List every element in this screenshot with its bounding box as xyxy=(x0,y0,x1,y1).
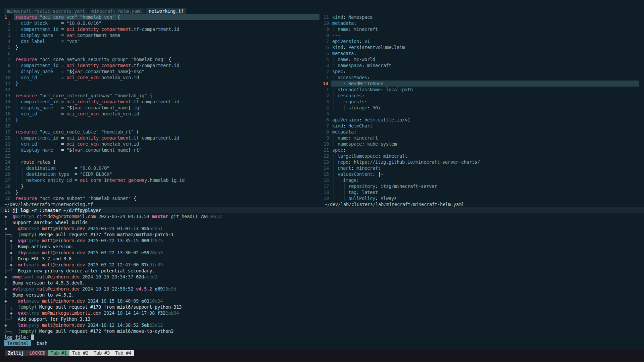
line-number: 1 xyxy=(323,74,329,81)
line-number: 26 xyxy=(4,171,10,177)
code-line: 5metadata: xyxy=(321,50,644,56)
jj-log-line: │ │ Drop EOL 3.7 and 3.8. xyxy=(0,256,644,262)
jj-log-line: ◆ vvlsvpxp matt@einhorn.dev 2024-10-15 2… xyxy=(0,286,644,292)
jj-log-line: │ ◆ tkynxvqz matt@einhorn.dev 2025-03-22… xyxy=(0,250,644,256)
code-line: 6apiVersion: helm.cattle.io/v1 xyxy=(321,117,644,123)
code-line: 5--- xyxy=(321,111,644,117)
terminal-pane[interactable]: 1: jj log -r ::master ~/d/ffpyplayer ◆ q… xyxy=(0,207,644,346)
code-line: 11kind: Namespace xyxy=(321,14,644,20)
terminal-tab-active[interactable]: Terminal xyxy=(4,340,31,346)
line-number: 10 xyxy=(323,20,329,26)
zellij-tab[interactable]: Tab #4 xyxy=(112,350,134,356)
code-line: 9│ display_name = "${var.compartment_nam… xyxy=(0,68,319,74)
jj-log-line: ◆ qtnorkxn matt@einhorn.dev 2025-03-23 0… xyxy=(0,225,644,231)
code-line: 6kind: PersistentVolumeClaim xyxy=(321,44,644,50)
zellij-tab[interactable]: Tab #2 xyxy=(69,350,91,356)
line-number: 1 xyxy=(4,14,10,20)
jj-log-line: │ ◆ vvxxlrnu me@mirkogalimberti.com 2024… xyxy=(0,310,644,316)
line-number: 5 xyxy=(4,44,10,50)
line-number: 18 xyxy=(4,123,10,129)
code-line: 12│ targetNamespace: minecraft xyxy=(321,153,644,159)
code-line-cursor: 1resource "oci_core_vcn" "homelab_vcn" { xyxy=(0,14,319,20)
line-number: 16 xyxy=(323,177,329,183)
line-number: 6 xyxy=(323,44,329,50)
code-line: 3│ │ requests: xyxy=(321,99,644,105)
pager-input-line[interactable]: log file: xyxy=(0,334,644,340)
line-number: 2 xyxy=(4,26,10,32)
line-number: 19 xyxy=(323,195,329,201)
line-number: 30 xyxy=(4,195,10,201)
line-number: 24 xyxy=(4,159,10,165)
code-line: 15│ valuesContent: |- xyxy=(321,171,644,177)
line-number: 5 xyxy=(323,50,329,56)
code-line: 2spec: xyxy=(321,68,644,74)
line-number: 13 xyxy=(4,93,10,99)
line-number: 17 xyxy=(4,117,10,123)
terminal-tab-bash[interactable]: bash xyxy=(37,340,47,346)
jj-log-line: ◆ xolmnzvw matt@einhorn.dev 2024-10-15 1… xyxy=(0,298,644,304)
line-number: 28 xyxy=(4,183,10,189)
code-line: 22│ display_name = "${var.compartment_na… xyxy=(0,147,319,153)
code-line: 17│ │ │ repository: itzg/minecraft-serve… xyxy=(321,183,644,189)
code-line: 10│ vcn_id = oci_core_vcn.homelab_vcn.id xyxy=(0,74,319,81)
line-number: 2 xyxy=(323,93,329,99)
editor-pane-terraform[interactable]: 1resource "oci_core_vcn" "homelab_vcn" {… xyxy=(0,14,319,201)
code-line: 17} xyxy=(0,117,319,123)
shell-prompt-line: 1: jj log -r ::master ~/d/ffpyplayer xyxy=(0,207,644,213)
line-number: 4 xyxy=(323,56,329,62)
code-line: 14│ chart: minecraft xyxy=(321,165,644,171)
code-line: 1│ storageClassName: local-path xyxy=(321,87,644,93)
line-number: 12 xyxy=(323,153,329,159)
buffer-tab[interactable]: minecraft-helm.yaml xyxy=(89,8,145,14)
line-number: 1 xyxy=(323,87,329,93)
code-line: 4│ name: mc-world xyxy=(321,56,644,62)
line-number: 9 xyxy=(323,135,329,141)
line-number: 3 xyxy=(4,32,10,38)
code-line: 14│ compartment_id = oci_identity_compar… xyxy=(0,99,319,105)
line-number: 7 xyxy=(4,56,10,62)
zellij-tab[interactable]: Tab #1 xyxy=(48,350,69,356)
line-number: 21 xyxy=(4,141,10,147)
jj-log-line: ◆ losuysty matt@einhorn.dev 2024-10-12 1… xyxy=(0,322,644,328)
statusline-path-right: ~/dev/lab/clusters/lab/minecraft/minecra… xyxy=(325,201,464,207)
code-line: 7resource "oci_core_network_security_gro… xyxy=(0,56,319,62)
line-number: 7 xyxy=(323,38,329,44)
jj-log-line: ├─╮ (empty) Merge pull request #172 from… xyxy=(0,328,644,334)
code-line: 5} xyxy=(0,44,319,50)
jj-log-line: │ │ Bump actions version. xyxy=(0,244,644,250)
buffer-tab[interactable]: networking.tf xyxy=(146,8,186,14)
statusline-path-left: ~/dev/lab/terraform/networking.tf xyxy=(4,201,93,207)
line-number: 1 xyxy=(4,20,10,26)
jj-log-line: ◆ mwqtswol matt@einhorn.dev 2024-10-15 2… xyxy=(0,274,644,280)
line-number: 16 xyxy=(4,111,10,117)
jj-log-line: ├─╮ (empty) Merge pull request #170 from… xyxy=(0,304,644,310)
code-line: 4│ │ │ storage: 5Gi xyxy=(321,105,644,111)
code-line: 28│ } xyxy=(0,183,319,189)
zellij-tab[interactable]: Tab #3 xyxy=(91,350,112,356)
line-number: 10 xyxy=(323,141,329,147)
code-line: 25│ │ destination = "0.0.0.0/0" xyxy=(0,165,319,171)
line-number: 9 xyxy=(323,26,329,32)
line-number: 5 xyxy=(323,111,329,117)
code-line: 19resource "oci_core_route_table" "homel… xyxy=(0,129,319,135)
helix-statusline: ~/dev/lab/terraform/networking.tf ~/dev/… xyxy=(0,201,644,207)
code-line: 27│ │ network_entity_id = oci_core_inter… xyxy=(0,177,319,183)
code-line: 29} xyxy=(0,189,319,195)
line-number: 19 xyxy=(4,129,10,135)
jj-log-line: │ ◆ mrlyvplo matt@einhorn.dev 2025-03-22… xyxy=(0,262,644,268)
buffer-tab[interactable]: minecraft-restic-secrets.yaml xyxy=(4,8,88,14)
terminal-tab-bar: Terminal bash xyxy=(0,340,644,346)
line-number: 11 xyxy=(4,81,10,87)
line-number: 13 xyxy=(323,159,329,165)
code-line: 9│ name: minecraft xyxy=(321,135,644,141)
code-line: 6 xyxy=(0,50,319,56)
code-line: 3│ display_name = var.compartment_name xyxy=(0,32,319,38)
jj-log-line: ├─╯ Add support for Python 3.13 xyxy=(0,316,644,322)
code-line: 7apiVersion: v1 xyxy=(321,38,644,44)
line-number: 3 xyxy=(323,62,329,68)
code-line: 3│ namespace: minecraft xyxy=(321,62,644,68)
line-number: 17 xyxy=(323,183,329,189)
jj-log-line: │ Support aarch64 wheel builds xyxy=(0,219,644,225)
line-number: 15 xyxy=(4,105,10,111)
editor-pane-yaml[interactable]: 11kind: Namespace10metadata:9│ name: min… xyxy=(321,14,644,201)
